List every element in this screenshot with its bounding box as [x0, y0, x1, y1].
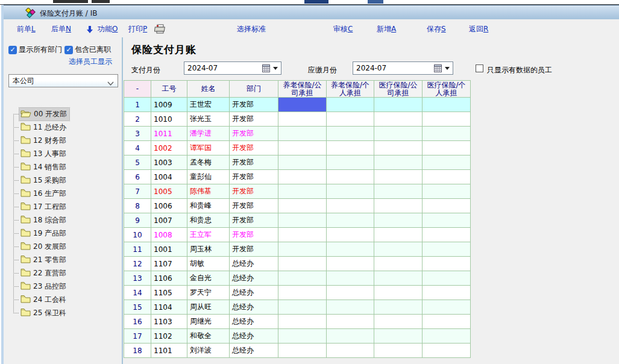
tree-item-department[interactable]: 20 发展部: [4, 240, 122, 253]
department-cell[interactable]: 开发部: [230, 155, 278, 170]
insurance-medical-personal-cell[interactable]: [423, 344, 471, 358]
employee-id-cell[interactable]: 1105: [151, 286, 187, 300]
only-with-data-checkbox[interactable]: [476, 64, 483, 72]
select-criteria-button[interactable]: 选择标准: [237, 24, 266, 34]
employee-name-cell[interactable]: 胡敏: [187, 257, 230, 271]
calendar-icon[interactable]: [262, 64, 270, 74]
company-select[interactable]: 本公司: [8, 74, 118, 87]
employee-name-cell[interactable]: 和贵忠: [187, 213, 230, 228]
tree-item-department[interactable]: 25 保卫科: [4, 306, 122, 319]
insurance-pension-company-cell[interactable]: [278, 257, 327, 271]
department-cell[interactable]: 总经办: [230, 271, 278, 286]
insurance-pension-personal-cell[interactable]: [327, 112, 374, 127]
department-cell[interactable]: 开发部: [230, 199, 278, 213]
insurance-medical-personal-cell[interactable]: [423, 213, 471, 228]
department-cell[interactable]: 开发部: [230, 213, 278, 228]
insurance-medical-company-cell[interactable]: [374, 242, 423, 257]
show-all-departments-checkbox[interactable]: ✓显示所有部门: [8, 43, 62, 55]
tree-item-department[interactable]: 24 工会科: [4, 293, 122, 306]
employee-id-cell[interactable]: 1101: [151, 344, 187, 358]
print-button[interactable]: 打印P: [128, 24, 147, 34]
grid-column-header[interactable]: 部门: [230, 81, 278, 98]
insurance-medical-personal-cell[interactable]: [423, 199, 471, 213]
department-cell[interactable]: 总经办: [230, 329, 278, 344]
insurance-medical-company-cell[interactable]: [374, 315, 423, 329]
insurance-pension-personal-cell[interactable]: [327, 155, 374, 170]
insurance-medical-company-cell[interactable]: [374, 98, 423, 112]
insurance-pension-personal-cell[interactable]: [327, 300, 374, 315]
insurance-pension-personal-cell[interactable]: [327, 344, 374, 358]
insurance-pension-company-cell[interactable]: [278, 242, 327, 257]
employee-name-cell[interactable]: 罗天宁: [187, 286, 230, 300]
tree-item-department[interactable]: 11 总经办: [4, 121, 122, 134]
insurance-medical-personal-cell[interactable]: [423, 141, 471, 155]
employee-name-cell[interactable]: 潘学进: [187, 127, 230, 141]
insurance-medical-company-cell[interactable]: [374, 127, 423, 141]
insurance-pension-company-cell[interactable]: [278, 213, 327, 228]
employee-id-cell[interactable]: 1009: [151, 98, 187, 112]
insurance-medical-company-cell[interactable]: [374, 141, 423, 155]
insurance-pension-company-cell[interactable]: [278, 141, 327, 155]
insurance-pension-personal-cell[interactable]: [327, 271, 374, 286]
printer-icon[interactable]: [154, 24, 168, 36]
back-button[interactable]: 返回R: [469, 24, 488, 34]
tree-item-department[interactable]: 00 开发部: [4, 107, 122, 121]
insurance-pension-personal-cell[interactable]: [327, 242, 374, 257]
tree-item-department[interactable]: 13 人事部: [4, 147, 122, 160]
insurance-medical-company-cell[interactable]: [374, 329, 423, 344]
insurance-pension-company-cell[interactable]: [278, 344, 327, 358]
row-number-cell[interactable]: 13: [124, 271, 151, 286]
insurance-pension-company-cell[interactable]: [278, 286, 327, 300]
employee-name-cell[interactable]: 刘洋波: [187, 344, 230, 358]
insurance-pension-personal-cell[interactable]: [327, 199, 374, 213]
insurance-medical-personal-cell[interactable]: [423, 155, 471, 170]
row-number-cell[interactable]: 6: [124, 170, 151, 184]
row-number-cell[interactable]: 9: [124, 213, 151, 228]
row-number-cell[interactable]: 2: [124, 112, 151, 127]
insurance-medical-company-cell[interactable]: [374, 228, 423, 242]
employee-id-cell[interactable]: 1106: [151, 271, 187, 286]
insurance-medical-personal-cell[interactable]: [423, 257, 471, 271]
row-number-cell[interactable]: 7: [124, 184, 151, 199]
pay-month-combo[interactable]: 2024-07: [184, 61, 281, 75]
insurance-pension-personal-cell[interactable]: [327, 213, 374, 228]
audit-button[interactable]: 审核C: [333, 24, 353, 34]
insurance-medical-personal-cell[interactable]: [423, 271, 471, 286]
insurance-pension-company-cell[interactable]: [278, 199, 327, 213]
insurance-pension-company-cell[interactable]: [278, 329, 327, 344]
employee-id-cell[interactable]: 1104: [151, 300, 187, 315]
grid-column-header[interactable]: 养老保险/个 人承担: [327, 81, 374, 98]
employee-id-cell[interactable]: 1006: [151, 199, 187, 213]
row-number-cell[interactable]: 11: [124, 242, 151, 257]
insurance-pension-company-cell[interactable]: [278, 155, 327, 170]
employee-name-cell[interactable]: 王世宏: [187, 98, 230, 112]
tree-item-department[interactable]: 17 工程部: [4, 200, 122, 213]
tree-item-department[interactable]: 22 直营部: [4, 266, 122, 280]
department-cell[interactable]: 开发部: [230, 141, 278, 155]
insurance-medical-personal-cell[interactable]: [423, 112, 471, 127]
employee-id-cell[interactable]: 1107: [151, 257, 187, 271]
row-number-cell[interactable]: 12: [124, 257, 151, 271]
select-employee-display-link[interactable]: 选择员工显示: [69, 57, 112, 67]
employee-id-cell[interactable]: 1001: [151, 242, 187, 257]
insurance-medical-personal-cell[interactable]: [423, 184, 471, 199]
employee-name-cell[interactable]: 周继光: [187, 315, 230, 329]
add-button[interactable]: 新增A: [377, 24, 396, 34]
tree-item-department[interactable]: 16 生产部: [4, 187, 122, 200]
insurance-pension-company-cell[interactable]: [278, 300, 327, 315]
tree-item-department[interactable]: 21 零售部: [4, 253, 122, 266]
department-cell[interactable]: 总经办: [230, 257, 278, 271]
insurance-medical-personal-cell[interactable]: [423, 315, 471, 329]
next-record-button[interactable]: 后单N: [51, 24, 71, 34]
row-number-cell[interactable]: 16: [124, 315, 151, 329]
department-cell[interactable]: 开发部: [230, 242, 278, 257]
insurance-medical-company-cell[interactable]: [374, 112, 423, 127]
insurance-pension-personal-cell[interactable]: [327, 170, 374, 184]
insurance-medical-company-cell[interactable]: [374, 286, 423, 300]
insurance-pension-company-cell[interactable]: [278, 170, 327, 184]
insurance-pension-personal-cell[interactable]: [327, 141, 374, 155]
insurance-pension-company-cell[interactable]: [278, 112, 327, 127]
insurance-medical-company-cell[interactable]: [374, 213, 423, 228]
employee-id-cell[interactable]: 1007: [151, 213, 187, 228]
employee-id-cell[interactable]: 1004: [151, 170, 187, 184]
